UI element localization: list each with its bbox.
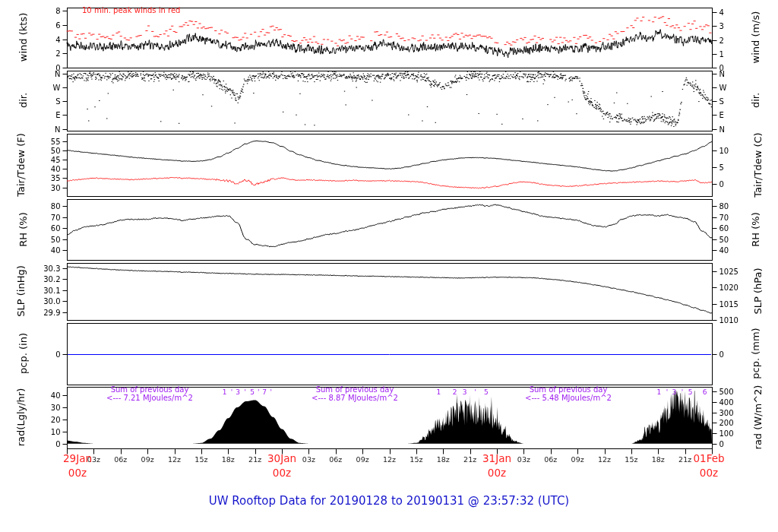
date-label-hour: 00z [482, 466, 511, 480]
dir-right-axis-label: dir. [750, 93, 761, 108]
sum-line1: Sum of previous day [74, 385, 226, 394]
peak-winds-note: 10 min. peak winds in red [82, 6, 180, 14]
radiation-sum-annotation-day1: Sum of previous day <--- 7.21 MJoules/m^… [74, 385, 226, 402]
tair-tdew-c-axis-label: Tair/Tdew (C) [752, 132, 764, 197]
tair-tdew-f-axis-label: Tair/Tdew (F) [15, 133, 27, 197]
sum-line2: <--- 8.87 MJoules/m^2 [279, 394, 431, 402]
slp-hpa-axis-label: SLP (hPa) [752, 268, 764, 314]
date-label-day: 01Feb [693, 451, 724, 466]
rh-left-axis-label: RH (%) [17, 212, 29, 246]
sum-line2: <--- 7.21 MJoules/m^2 [74, 394, 226, 402]
pcp-mm-axis-label: pcp. (mm) [750, 328, 761, 378]
radiation-sum-annotation-day3: Sum of previous day <--- 5.48 MJoules/m^… [492, 385, 644, 402]
sum-line2: <--- 5.48 MJoules/m^2 [492, 394, 644, 402]
date-label-hour: 00z [63, 466, 92, 480]
sum-line1: Sum of previous day [492, 385, 644, 394]
x-axis-date-label: 30Jan00z [267, 451, 296, 480]
dir-left-axis-label: dir. [17, 93, 29, 108]
meteogram-page: wind (kts) dir. Tair/Tdew (F) RH (%) SLP… [0, 0, 778, 532]
x-axis-date-label: 31Jan00z [482, 451, 511, 480]
x-axis-date-label: 01Feb00z [693, 451, 724, 480]
slp-inhg-axis-label: SLP (inHg) [15, 265, 27, 317]
date-label-day: 29Jan [63, 451, 92, 466]
wind-kts-axis-label: wind (kts) [17, 13, 29, 62]
pcp-in-axis-label: pcp. (in) [17, 333, 29, 374]
meteogram-plot-canvas [0, 0, 778, 532]
rh-right-axis-label: RH (%) [750, 212, 761, 246]
sum-line1: Sum of previous day [279, 385, 431, 394]
rad-wm2-axis-label: rad (W/m^2) [752, 385, 764, 450]
date-label-hour: 00z [693, 466, 724, 480]
date-label-day: 31Jan [482, 451, 511, 466]
rad-lgly-axis-label: rad(Lgly/hr) [15, 388, 27, 446]
x-axis-date-label: 29Jan00z [63, 451, 92, 480]
date-label-day: 30Jan [267, 451, 296, 466]
chart-title: UW Rooftop Data for 20190128 to 20190131… [0, 494, 778, 508]
wind-ms-axis-label: wind (m/s) [750, 11, 761, 64]
date-label-hour: 00z [267, 466, 296, 480]
radiation-sum-annotation-day2: Sum of previous day <--- 8.87 MJoules/m^… [279, 385, 431, 402]
